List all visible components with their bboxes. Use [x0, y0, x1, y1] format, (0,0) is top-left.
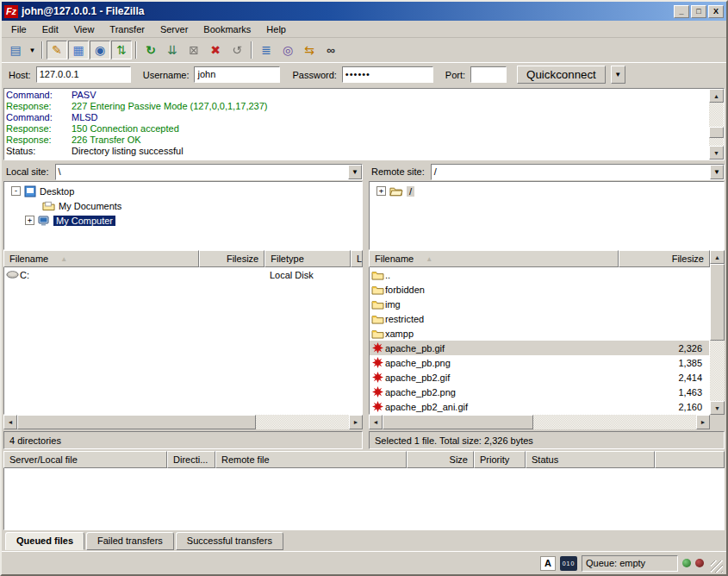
column-header-size[interactable]: Size	[407, 451, 474, 468]
remote-file-row[interactable]: apache_pb.png1,385	[370, 355, 709, 370]
expand-icon[interactable]: +	[376, 186, 386, 196]
log-text: MLSD	[72, 112, 98, 123]
remote-file-row[interactable]: ..	[370, 267, 709, 282]
menu-view[interactable]: View	[66, 22, 103, 36]
toggle-message-log-icon[interactable]: ✎	[47, 41, 67, 59]
chevron-down-icon[interactable]: ▼	[348, 165, 362, 179]
remote-file-row[interactable]: apache_pb2.png1,463	[370, 385, 709, 399]
menu-server[interactable]: Server	[152, 22, 196, 36]
filter-icon[interactable]: ≣	[256, 41, 277, 59]
find-files-icon[interactable]: ∞	[320, 41, 341, 59]
column-header-priority[interactable]: Priority	[474, 451, 526, 468]
scroll-up-icon[interactable]: ▲	[710, 250, 725, 264]
chevron-down-icon[interactable]: ▼	[710, 165, 724, 179]
remote-vertical-scrollbar[interactable]: ▲ ▼	[710, 250, 725, 415]
local-horizontal-scrollbar[interactable]: ◄ ►	[3, 415, 363, 429]
remote-file-row[interactable]: apache_pb2_ani.gif2,160	[370, 399, 709, 414]
tab-failed-transfers[interactable]: Failed transfers	[86, 532, 174, 550]
local-file-row[interactable]: C: Local Disk	[4, 267, 362, 282]
toggle-remote-tree-icon[interactable]: ◉	[90, 41, 110, 59]
remote-pane: Remote site: / ▼ + / Filename▲	[367, 162, 726, 449]
process-queue-icon[interactable]: ⇊	[162, 41, 183, 59]
image-file-icon	[370, 372, 385, 383]
local-site-value: \	[56, 166, 348, 177]
column-header-filename[interactable]: Filename▲	[3, 250, 199, 267]
synchronized-browsing-icon[interactable]: ⇆	[299, 41, 320, 59]
toggle-transfer-queue-icon[interactable]: ⇅	[111, 41, 132, 59]
tree-item-my-computer[interactable]: + My Computer	[4, 213, 362, 228]
menu-help[interactable]: Help	[258, 22, 294, 36]
site-manager-icon[interactable]: ▤	[5, 41, 26, 59]
scroll-left-icon[interactable]: ◄	[3, 415, 17, 429]
app-icon: Fz	[4, 5, 18, 18]
remote-directory-tree[interactable]: + /	[369, 181, 725, 250]
column-header-direction[interactable]: Directi...	[167, 451, 215, 468]
remote-list-body[interactable]: .. forbidden img restricted xampp apache…	[369, 267, 710, 415]
remote-file-row[interactable]: img	[370, 297, 709, 311]
tab-queued-files[interactable]: Queued files	[5, 532, 84, 550]
quickconnect-button[interactable]: Quickconnect	[517, 66, 606, 84]
scroll-left-icon[interactable]: ◄	[369, 415, 383, 429]
maximize-button[interactable]: □	[691, 5, 706, 18]
remote-file-row[interactable]: xampp	[370, 326, 709, 341]
remote-file-list: Filename▲ Filesize .. forbidden img rest…	[367, 250, 726, 449]
tree-item-my-documents[interactable]: My Documents	[4, 198, 362, 213]
menu-edit[interactable]: Edit	[34, 22, 66, 36]
message-log[interactable]: Command:PASV Response:227 Entering Passi…	[4, 89, 709, 160]
column-header-filesize[interactable]: Filesize	[619, 250, 710, 267]
quickconnect-dropdown-icon[interactable]: ▼	[611, 66, 625, 84]
queue-body[interactable]	[3, 468, 725, 530]
resize-grip[interactable]	[711, 560, 723, 573]
log-text: Directory listing successful	[72, 146, 184, 157]
remote-file-row[interactable]: forbidden	[370, 282, 709, 297]
column-header-filename[interactable]: Filename▲	[369, 250, 619, 267]
scroll-down-icon[interactable]: ▼	[710, 401, 725, 415]
scroll-down-icon[interactable]: ▼	[709, 146, 724, 160]
close-button[interactable]: X	[708, 5, 724, 18]
column-header-filesize[interactable]: Filesize	[199, 250, 264, 267]
password-input[interactable]: ••••••	[342, 66, 433, 83]
remote-file-row-selected[interactable]: apache_pb.gif2,326	[370, 341, 709, 355]
scroll-right-icon[interactable]: ►	[696, 415, 710, 429]
log-vertical-scrollbar[interactable]: ▲ ▼	[709, 89, 724, 160]
menu-bookmarks[interactable]: Bookmarks	[196, 22, 258, 36]
tree-item-desktop[interactable]: - Desktop	[4, 184, 362, 198]
reconnect-icon[interactable]: ↺	[227, 41, 247, 59]
remote-horizontal-scrollbar[interactable]: ◄ ►	[369, 415, 710, 429]
ascii-transfer-type-icon[interactable]: A	[540, 556, 556, 571]
column-header-remote-file[interactable]: Remote file	[215, 451, 407, 468]
column-header-status[interactable]: Status	[526, 451, 655, 468]
disconnect-icon[interactable]: ✖	[205, 41, 226, 59]
binary-transfer-type-icon[interactable]: 010	[560, 556, 577, 571]
column-header-last-modified[interactable]: L	[351, 250, 363, 267]
remote-file-row[interactable]: restricted	[370, 311, 709, 326]
refresh-icon[interactable]: ↻	[140, 41, 161, 59]
log-text: 226 Transfer OK	[72, 135, 141, 146]
port-input[interactable]	[470, 66, 507, 83]
remote-file-row[interactable]: apache_pb2.gif2,414	[370, 370, 709, 385]
local-directory-tree[interactable]: - Desktop My Documents + My Computer	[3, 181, 363, 250]
username-input[interactable]: john	[194, 66, 280, 83]
toggle-local-tree-icon[interactable]: ▦	[68, 41, 89, 59]
collapse-icon[interactable]: -	[11, 186, 21, 196]
column-header-server-local-file[interactable]: Server/Local file	[3, 451, 167, 468]
tree-item-root[interactable]: + /	[370, 184, 724, 198]
tab-successful-transfers[interactable]: Successful transfers	[176, 532, 283, 550]
site-manager-dropdown-icon[interactable]: ▼	[27, 41, 38, 59]
scroll-right-icon[interactable]: ►	[349, 415, 363, 429]
menu-transfer[interactable]: Transfer	[102, 22, 152, 36]
minimize-button[interactable]: _	[674, 5, 689, 18]
column-header-filetype[interactable]: Filetype	[264, 250, 351, 267]
host-input[interactable]: 127.0.0.1	[36, 66, 131, 83]
local-site-combobox[interactable]: \ ▼	[55, 164, 363, 180]
scroll-up-icon[interactable]: ▲	[709, 89, 724, 103]
log-label: Response:	[6, 101, 72, 112]
remote-site-combobox[interactable]: / ▼	[431, 164, 725, 180]
directory-comparison-icon[interactable]: ◎	[277, 41, 298, 59]
cancel-operation-icon[interactable]: ⊠	[184, 41, 204, 59]
menu-file[interactable]: File	[3, 22, 34, 36]
log-label: Response:	[6, 123, 72, 135]
local-list-body[interactable]: C: Local Disk	[3, 267, 363, 415]
username-label: Username:	[143, 70, 190, 80]
expand-icon[interactable]: +	[25, 216, 34, 225]
